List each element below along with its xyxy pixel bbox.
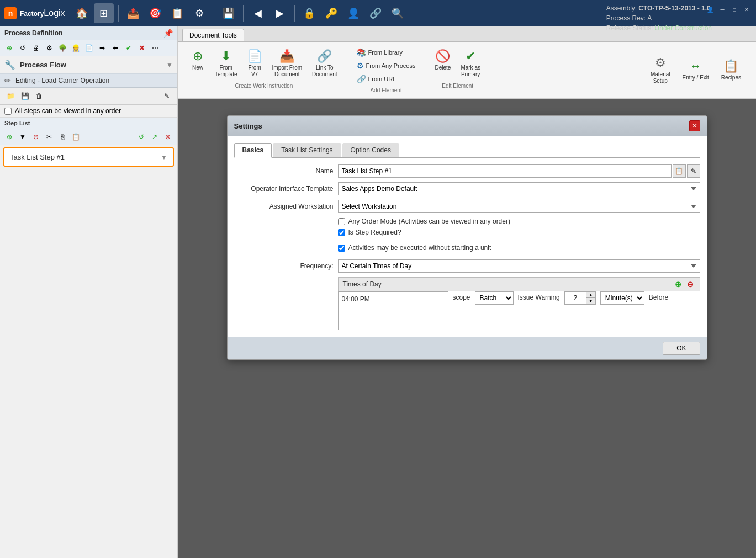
upload-icon[interactable]: 📤 <box>123 3 143 23</box>
step-required-checkbox[interactable] <box>338 229 345 236</box>
name-input[interactable] <box>338 164 672 178</box>
back-icon[interactable]: ◀ <box>248 3 268 23</box>
save2-icon[interactable]: 💾 <box>19 90 31 102</box>
collapse-btn[interactable]: ▼ <box>166 61 173 69</box>
remove-step-btn[interactable]: ⊖ <box>30 131 42 143</box>
paste-btn[interactable]: 📋 <box>70 131 82 143</box>
cut-btn[interactable]: ✂ <box>43 131 55 143</box>
name-row: Name 📋 ✎ <box>234 164 700 178</box>
save-icon[interactable]: 💾 <box>219 3 239 23</box>
order-checkbox[interactable] <box>4 108 12 115</box>
process-def-title: Process Definition <box>4 29 62 37</box>
home-icon[interactable]: 🏠 <box>72 3 92 23</box>
from-any-process-button[interactable]: ⚙ From Any Process <box>353 60 420 72</box>
close-btn[interactable]: ✕ <box>742 4 752 14</box>
activities-checkbox[interactable] <box>338 245 345 252</box>
arrow-left-icon[interactable]: ⬅ <box>109 42 121 54</box>
from-library-button[interactable]: 📚 From Library <box>353 46 420 59</box>
from-template-button[interactable]: ⬇ FromTemplate <box>211 46 241 81</box>
nav-icons: 🏠 ⊞ 📤 🎯 📋 ⚙ 💾 ◀ ▶ 🔒 🔑 👤 🔗 🔍 <box>72 3 408 23</box>
profile-btn[interactable]: 👤 <box>705 4 715 14</box>
grid-icon[interactable]: ⊞ <box>94 3 114 23</box>
add-step-btn[interactable]: ⊕ <box>3 131 15 143</box>
recipes-button[interactable]: 📋 Recipes <box>717 56 745 84</box>
from-v7-icon: 📄 <box>247 49 262 63</box>
warning-spinner: ▲ ▼ <box>586 291 596 305</box>
minutes-select[interactable]: Minute(s) <box>600 291 644 305</box>
process-flow-item[interactable]: 🔧 Process Flow ▼ <box>0 56 177 74</box>
from-v7-button[interactable]: 📄 FromV7 <box>244 46 266 81</box>
minimize-btn[interactable]: ─ <box>717 4 727 14</box>
add-element-group: 📚 From Library ⚙ From Any Process 🔗 From… <box>348 44 425 95</box>
step-nav2-btn[interactable]: ↗ <box>149 131 161 143</box>
name-btn-2[interactable]: ✎ <box>687 164 700 178</box>
table-icon[interactable]: 📋 <box>167 3 187 23</box>
ok-button[interactable]: OK <box>663 342 700 355</box>
settings-icon[interactable]: ⚙ <box>189 3 209 23</box>
restore-btn[interactable]: □ <box>729 4 739 14</box>
dialog-close-button[interactable]: ✕ <box>689 120 700 131</box>
arrow-right-icon[interactable]: ➡ <box>96 42 108 54</box>
times-of-day-label: Times of Day <box>343 280 671 288</box>
from-v7-label: FromV7 <box>248 65 261 78</box>
frequency-select[interactable]: At Certain Times of Day <box>338 259 700 273</box>
warning-value-input[interactable] <box>564 291 586 305</box>
material-setup-button[interactable]: ⚙ MaterialSetup <box>647 53 674 87</box>
step-nav1-btn[interactable]: ↺ <box>135 131 147 143</box>
refresh-btn[interactable]: ↺ <box>17 42 29 54</box>
from-template-icon: ⬇ <box>221 49 231 63</box>
user2-icon[interactable]: 👷 <box>70 42 82 54</box>
entry-exit-icon: ↔ <box>690 59 702 73</box>
ribbon-tab-document-tools[interactable]: Document Tools <box>182 29 244 41</box>
user-icon[interactable]: 👤 <box>343 3 363 23</box>
scope-select[interactable]: Batch <box>475 291 514 305</box>
add-element-col: 📚 From Library ⚙ From Any Process 🔗 From… <box>353 46 420 85</box>
more-icon[interactable]: ⋯ <box>149 42 161 54</box>
hierarchy-icon[interactable]: 🔗 <box>366 3 385 23</box>
lock-icon[interactable]: 🔒 <box>299 3 319 23</box>
add-btn[interactable]: ⊕ <box>3 42 15 54</box>
edit-pencil-icon[interactable]: ✎ <box>161 90 173 102</box>
step-nav3-btn[interactable]: ⊗ <box>162 131 174 143</box>
remove-time-btn[interactable]: ⊖ <box>685 279 695 289</box>
tab-basics[interactable]: Basics <box>234 143 272 158</box>
any-order-checkbox[interactable] <box>338 218 345 225</box>
from-url-button[interactable]: 🔗 From URL <box>353 73 420 85</box>
folder-icon[interactable]: 📁 <box>4 90 17 102</box>
add-time-btn[interactable]: ⊕ <box>673 279 683 289</box>
dropdown-arrow[interactable]: ▼ <box>17 131 29 143</box>
search-icon[interactable]: 🔍 <box>388 3 408 23</box>
tab-option-codes[interactable]: Option Codes <box>342 143 399 157</box>
right-side-ribbon: ⚙ MaterialSetup ↔ Entry / Exit 📋 Recipes <box>640 44 752 95</box>
name-btn-1[interactable]: 📋 <box>673 164 686 178</box>
material-setup-label: MaterialSetup <box>651 71 670 84</box>
key-icon[interactable]: 🔑 <box>321 3 341 23</box>
delete-button[interactable]: 🚫 Delete <box>431 46 454 74</box>
step-item[interactable]: Task List Step #1 ▼ <box>3 147 174 167</box>
pin-icon[interactable]: 📌 <box>163 29 173 38</box>
settings-title-bar: Settings ✕ <box>228 116 707 136</box>
doc-icon[interactable]: 📄 <box>83 42 95 54</box>
spinner-down-btn[interactable]: ▼ <box>586 298 595 304</box>
print-btn[interactable]: 🖨 <box>30 42 42 54</box>
import-from-document-button[interactable]: 📥 Import FromDocument <box>268 46 306 81</box>
forward-icon[interactable]: ▶ <box>270 3 290 23</box>
green-check-icon[interactable]: ✔ <box>123 42 135 54</box>
new-icon: ⊕ <box>193 49 203 63</box>
name-input-group: 📋 ✎ <box>338 164 700 178</box>
tree-icon[interactable]: 🌳 <box>56 42 68 54</box>
tab-task-list-settings[interactable]: Task List Settings <box>273 143 341 157</box>
entry-exit-button[interactable]: ↔ Entry / Exit <box>679 56 713 84</box>
link-to-document-button[interactable]: 🔗 Link ToDocument <box>308 46 341 81</box>
new-button[interactable]: ⊕ New <box>187 46 209 74</box>
settings2-icon[interactable]: ⚙ <box>43 42 55 54</box>
assigned-workstation-select[interactable]: Select Workstation <box>338 200 700 213</box>
title-bar: n FactoryLogix 🏠 ⊞ 📤 🎯 📋 ⚙ 💾 ◀ ▶ 🔒 🔑 👤 🔗… <box>0 0 756 26</box>
operator-interface-select[interactable]: Sales Apps Demo Default <box>338 182 700 195</box>
red-x-icon[interactable]: ✖ <box>136 42 148 54</box>
spinner-up-btn[interactable]: ▲ <box>586 292 595 298</box>
copy-btn[interactable]: ⎘ <box>56 131 68 143</box>
delete-icon[interactable]: 🗑 <box>33 90 45 102</box>
target-icon[interactable]: 🎯 <box>145 3 165 23</box>
mark-as-primary-button[interactable]: ✔ Mark asPrimary <box>457 46 484 81</box>
